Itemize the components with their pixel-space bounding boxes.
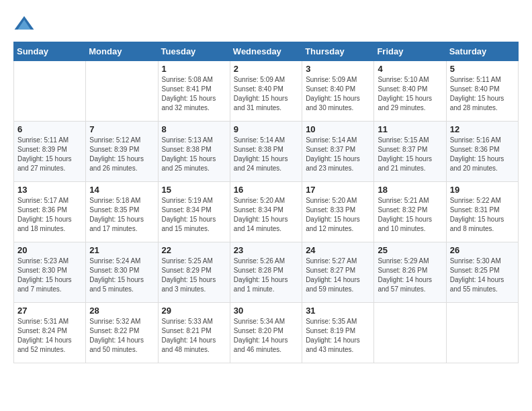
day-number: 26 [450, 245, 515, 255]
day-number: 19 [450, 185, 515, 195]
day-number: 17 [306, 185, 370, 195]
week-row-3: 13Sunrise: 5:17 AMSunset: 8:36 PMDayligh… [14, 182, 519, 242]
day-info: Sunrise: 5:14 AMSunset: 8:37 PMDaylight:… [306, 136, 370, 173]
day-info: Sunrise: 5:29 AMSunset: 8:26 PMDaylight:… [378, 257, 442, 294]
day-info: Sunrise: 5:20 AMSunset: 8:34 PMDaylight:… [234, 196, 298, 234]
calendar-cell: 6Sunrise: 5:11 AMSunset: 8:39 PMDaylight… [14, 122, 86, 182]
calendar-cell: 9Sunrise: 5:14 AMSunset: 8:38 PMDaylight… [230, 122, 302, 182]
weekday-header-sunday: Sunday [14, 42, 86, 61]
calendar-cell [374, 303, 446, 363]
day-number: 27 [17, 306, 82, 316]
day-info: Sunrise: 5:32 AMSunset: 8:22 PMDaylight:… [89, 317, 154, 355]
day-info: Sunrise: 5:15 AMSunset: 8:37 PMDaylight:… [378, 136, 442, 173]
calendar-cell: 5Sunrise: 5:11 AMSunset: 8:40 PMDaylight… [446, 61, 518, 122]
day-number: 31 [306, 306, 370, 316]
day-info: Sunrise: 5:17 AMSunset: 8:36 PMDaylight:… [17, 196, 82, 234]
weekday-header-thursday: Thursday [302, 42, 374, 61]
day-number: 2 [234, 64, 298, 74]
day-info: Sunrise: 5:14 AMSunset: 8:38 PMDaylight:… [234, 136, 298, 173]
day-number: 6 [17, 124, 82, 134]
calendar-cell: 25Sunrise: 5:29 AMSunset: 8:26 PMDayligh… [374, 242, 446, 303]
day-number: 4 [378, 64, 442, 74]
calendar-cell: 8Sunrise: 5:13 AMSunset: 8:38 PMDaylight… [158, 122, 230, 182]
logo [13, 13, 38, 35]
day-info: Sunrise: 5:33 AMSunset: 8:21 PMDaylight:… [162, 317, 226, 355]
day-number: 14 [89, 185, 154, 195]
calendar-cell: 17Sunrise: 5:20 AMSunset: 8:33 PMDayligh… [302, 182, 374, 242]
day-info: Sunrise: 5:34 AMSunset: 8:20 PMDaylight:… [234, 317, 298, 355]
calendar-cell: 3Sunrise: 5:09 AMSunset: 8:40 PMDaylight… [302, 61, 374, 122]
calendar-cell: 15Sunrise: 5:19 AMSunset: 8:34 PMDayligh… [158, 182, 230, 242]
day-number: 10 [306, 124, 370, 134]
day-number: 20 [17, 245, 82, 255]
day-number: 5 [450, 64, 515, 74]
calendar-cell [446, 303, 518, 363]
day-info: Sunrise: 5:12 AMSunset: 8:39 PMDaylight:… [89, 136, 154, 173]
day-number: 7 [89, 124, 154, 134]
day-number: 3 [306, 64, 370, 74]
day-info: Sunrise: 5:21 AMSunset: 8:32 PMDaylight:… [378, 196, 442, 234]
day-info: Sunrise: 5:22 AMSunset: 8:31 PMDaylight:… [450, 196, 515, 234]
day-number: 18 [378, 185, 442, 195]
calendar-cell: 12Sunrise: 5:16 AMSunset: 8:36 PMDayligh… [446, 122, 518, 182]
calendar-cell: 13Sunrise: 5:17 AMSunset: 8:36 PMDayligh… [14, 182, 86, 242]
day-number: 25 [378, 245, 442, 255]
calendar-cell: 31Sunrise: 5:35 AMSunset: 8:19 PMDayligh… [302, 303, 374, 363]
day-info: Sunrise: 5:08 AMSunset: 8:41 PMDaylight:… [162, 75, 226, 113]
calendar-cell: 29Sunrise: 5:33 AMSunset: 8:21 PMDayligh… [158, 303, 230, 363]
day-info: Sunrise: 5:16 AMSunset: 8:36 PMDaylight:… [450, 136, 515, 173]
header [13, 13, 519, 35]
day-number: 29 [162, 306, 226, 316]
calendar-cell: 10Sunrise: 5:14 AMSunset: 8:37 PMDayligh… [302, 122, 374, 182]
day-info: Sunrise: 5:09 AMSunset: 8:40 PMDaylight:… [306, 75, 370, 113]
calendar-cell [14, 61, 86, 122]
day-number: 12 [450, 124, 515, 134]
day-info: Sunrise: 5:25 AMSunset: 8:29 PMDaylight:… [162, 257, 226, 294]
day-info: Sunrise: 5:35 AMSunset: 8:19 PMDaylight:… [306, 317, 370, 355]
day-info: Sunrise: 5:11 AMSunset: 8:40 PMDaylight:… [450, 75, 515, 113]
calendar-cell: 30Sunrise: 5:34 AMSunset: 8:20 PMDayligh… [230, 303, 302, 363]
calendar-cell: 18Sunrise: 5:21 AMSunset: 8:32 PMDayligh… [374, 182, 446, 242]
day-number: 1 [162, 64, 226, 74]
calendar-cell: 14Sunrise: 5:18 AMSunset: 8:35 PMDayligh… [86, 182, 158, 242]
day-number: 15 [162, 185, 226, 195]
day-number: 21 [89, 245, 154, 255]
logo-icon [13, 13, 35, 35]
weekday-header-tuesday: Tuesday [158, 42, 230, 61]
calendar: SundayMondayTuesdayWednesdayThursdayFrid… [13, 42, 519, 363]
calendar-cell: 11Sunrise: 5:15 AMSunset: 8:37 PMDayligh… [374, 122, 446, 182]
day-info: Sunrise: 5:18 AMSunset: 8:35 PMDaylight:… [89, 196, 154, 234]
weekday-header-row: SundayMondayTuesdayWednesdayThursdayFrid… [14, 42, 519, 61]
day-info: Sunrise: 5:19 AMSunset: 8:34 PMDaylight:… [162, 196, 226, 234]
calendar-cell: 19Sunrise: 5:22 AMSunset: 8:31 PMDayligh… [446, 182, 518, 242]
day-info: Sunrise: 5:31 AMSunset: 8:24 PMDaylight:… [17, 317, 82, 355]
calendar-cell: 27Sunrise: 5:31 AMSunset: 8:24 PMDayligh… [14, 303, 86, 363]
week-row-5: 27Sunrise: 5:31 AMSunset: 8:24 PMDayligh… [14, 303, 519, 363]
calendar-cell: 24Sunrise: 5:27 AMSunset: 8:27 PMDayligh… [302, 242, 374, 303]
calendar-cell: 2Sunrise: 5:09 AMSunset: 8:40 PMDaylight… [230, 61, 302, 122]
day-number: 8 [162, 124, 226, 134]
day-info: Sunrise: 5:23 AMSunset: 8:30 PMDaylight:… [17, 257, 82, 294]
calendar-cell [86, 61, 158, 122]
day-number: 13 [17, 185, 82, 195]
day-number: 28 [89, 306, 154, 316]
calendar-cell: 16Sunrise: 5:20 AMSunset: 8:34 PMDayligh… [230, 182, 302, 242]
day-number: 11 [378, 124, 442, 134]
day-info: Sunrise: 5:09 AMSunset: 8:40 PMDaylight:… [234, 75, 298, 113]
calendar-cell: 1Sunrise: 5:08 AMSunset: 8:41 PMDaylight… [158, 61, 230, 122]
calendar-cell: 21Sunrise: 5:24 AMSunset: 8:30 PMDayligh… [86, 242, 158, 303]
calendar-cell: 7Sunrise: 5:12 AMSunset: 8:39 PMDaylight… [86, 122, 158, 182]
weekday-header-wednesday: Wednesday [230, 42, 302, 61]
day-info: Sunrise: 5:24 AMSunset: 8:30 PMDaylight:… [89, 257, 154, 294]
day-number: 23 [234, 245, 298, 255]
week-row-1: 1Sunrise: 5:08 AMSunset: 8:41 PMDaylight… [14, 61, 519, 122]
day-info: Sunrise: 5:20 AMSunset: 8:33 PMDaylight:… [306, 196, 370, 234]
calendar-cell: 4Sunrise: 5:10 AMSunset: 8:40 PMDaylight… [374, 61, 446, 122]
calendar-cell: 22Sunrise: 5:25 AMSunset: 8:29 PMDayligh… [158, 242, 230, 303]
day-info: Sunrise: 5:13 AMSunset: 8:38 PMDaylight:… [162, 136, 226, 173]
day-info: Sunrise: 5:10 AMSunset: 8:40 PMDaylight:… [378, 75, 442, 113]
week-row-4: 20Sunrise: 5:23 AMSunset: 8:30 PMDayligh… [14, 242, 519, 303]
day-number: 16 [234, 185, 298, 195]
calendar-cell: 26Sunrise: 5:30 AMSunset: 8:25 PMDayligh… [446, 242, 518, 303]
calendar-cell: 23Sunrise: 5:26 AMSunset: 8:28 PMDayligh… [230, 242, 302, 303]
